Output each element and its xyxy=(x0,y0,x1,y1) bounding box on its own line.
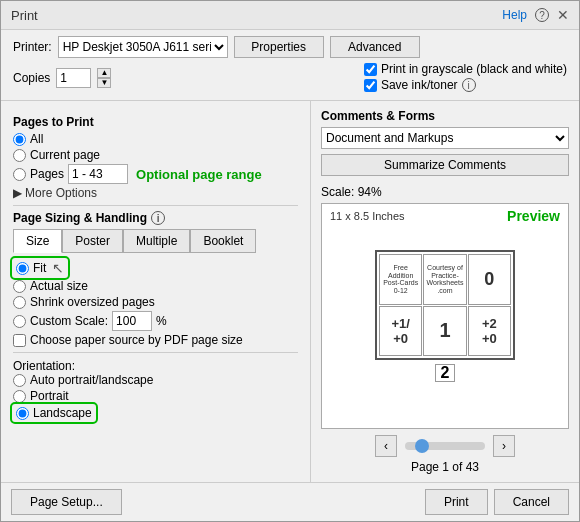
custom-scale-radio[interactable] xyxy=(13,315,26,328)
landscape-radio[interactable] xyxy=(16,407,29,420)
page-sizing-tabs: Size Poster Multiple Booklet xyxy=(13,229,298,253)
all-label: All xyxy=(30,132,43,146)
help-link[interactable]: Help xyxy=(502,8,527,22)
all-radio[interactable] xyxy=(13,133,26,146)
copies-input[interactable]: 1 xyxy=(56,68,91,88)
current-page-label: Current page xyxy=(30,148,100,162)
shrink-oversized-label: Shrink oversized pages xyxy=(30,295,155,309)
fit-radio[interactable] xyxy=(16,262,29,275)
copies-up-btn[interactable]: ▲ xyxy=(97,68,111,78)
pages-to-print-title: Pages to Print xyxy=(13,115,298,129)
tab-poster[interactable]: Poster xyxy=(62,229,123,253)
copies-down-btn[interactable]: ▼ xyxy=(97,78,111,88)
current-page-radio[interactable] xyxy=(13,149,26,162)
cancel-button[interactable]: Cancel xyxy=(494,489,569,515)
actual-size-label: Actual size xyxy=(30,279,88,293)
pages-label: Pages xyxy=(30,167,64,181)
portrait-label: Portrait xyxy=(30,389,69,403)
pages-radio[interactable] xyxy=(13,168,26,181)
nav-thumb[interactable] xyxy=(415,439,429,453)
landscape-label: Landscape xyxy=(33,406,92,420)
grayscale-label: Print in grayscale (black and white) xyxy=(381,62,567,76)
more-options-arrow-icon: ▶ xyxy=(13,186,22,200)
grayscale-checkbox[interactable] xyxy=(364,63,377,76)
preview-cell-6: +2+0 xyxy=(468,306,511,357)
properties-button[interactable]: Properties xyxy=(234,36,324,58)
fit-label: Fit xyxy=(33,261,46,275)
nav-track[interactable] xyxy=(405,442,485,450)
pdf-paper-label: Choose paper source by PDF page size xyxy=(30,333,243,347)
actual-size-radio[interactable] xyxy=(13,280,26,293)
preview-container: Preview 11 x 8.5 Inches FreeAdditionPost… xyxy=(321,203,569,429)
preview-title: Preview xyxy=(507,208,560,224)
page-sizing-info-icon[interactable]: i xyxy=(151,211,165,225)
printer-select[interactable]: HP Deskjet 3050A J611 series (Network) xyxy=(58,36,228,58)
preview-cell-1: FreeAdditionPost-Cards0-12 xyxy=(379,254,422,305)
preview-grid: FreeAdditionPost-Cards0-12 Courtesy ofPr… xyxy=(375,250,515,360)
dialog-footer: Page Setup... Print Cancel xyxy=(1,482,579,521)
copies-spinner[interactable]: ▲ ▼ xyxy=(97,68,111,88)
savetoner-checkbox[interactable] xyxy=(364,79,377,92)
auto-orientation-label: Auto portrait/landscape xyxy=(30,373,153,387)
shrink-oversized-radio[interactable] xyxy=(13,296,26,309)
custom-scale-label: Custom Scale: xyxy=(30,314,108,328)
savetoner-info-icon[interactable]: i xyxy=(462,78,476,92)
tab-multiple[interactable]: Multiple xyxy=(123,229,190,253)
print-dialog: Print Help ? ✕ Printer: HP Deskjet 3050A… xyxy=(0,0,580,522)
printer-label: Printer: xyxy=(13,40,52,54)
optional-label: Optional page range xyxy=(136,167,262,182)
summarize-comments-button[interactable]: Summarize Comments xyxy=(321,154,569,176)
preview-cell-3: 0 xyxy=(468,254,511,305)
portrait-radio[interactable] xyxy=(13,390,26,403)
advanced-button[interactable]: Advanced xyxy=(330,36,420,58)
preview-cell-4: +1/+0 xyxy=(379,306,422,357)
dialog-title: Print xyxy=(11,8,38,23)
more-options-toggle[interactable]: ▶ More Options xyxy=(13,186,298,200)
preview-navigation: ‹ › xyxy=(321,435,569,457)
auto-orientation-radio[interactable] xyxy=(13,374,26,387)
prev-page-button[interactable]: ‹ xyxy=(375,435,397,457)
pdf-paper-checkbox[interactable] xyxy=(13,334,26,347)
close-button[interactable]: ✕ xyxy=(557,7,569,23)
preview-cell-2: Courtesy ofPractice-Worksheets.com xyxy=(423,254,466,305)
preview-size-label: 11 x 8.5 Inches xyxy=(330,210,405,222)
print-button[interactable]: Print xyxy=(425,489,488,515)
copies-label: Copies xyxy=(13,71,50,85)
title-bar: Print Help ? ✕ xyxy=(1,1,579,30)
tab-booklet[interactable]: Booklet xyxy=(190,229,256,253)
preview-cell-5: 1 xyxy=(423,306,466,357)
savetoner-label: Save ink/toner xyxy=(381,78,458,92)
comments-forms-title: Comments & Forms xyxy=(321,109,569,123)
page-setup-button[interactable]: Page Setup... xyxy=(11,489,122,515)
next-page-button[interactable]: › xyxy=(493,435,515,457)
tab-size[interactable]: Size xyxy=(13,229,62,253)
percent-label: % xyxy=(156,314,167,328)
pages-input[interactable] xyxy=(68,164,128,184)
cursor-icon: ↖ xyxy=(52,260,64,276)
help-icon[interactable]: ? xyxy=(535,8,549,22)
page-sizing-title: Page Sizing & Handling xyxy=(13,211,147,225)
scale-label: Scale: 94% xyxy=(321,185,569,199)
orientation-title: Orientation: xyxy=(13,359,298,373)
comments-forms-select[interactable]: Document and Markups xyxy=(321,127,569,149)
custom-scale-input[interactable] xyxy=(112,311,152,331)
page-indicator: Page 1 of 43 xyxy=(411,460,479,474)
